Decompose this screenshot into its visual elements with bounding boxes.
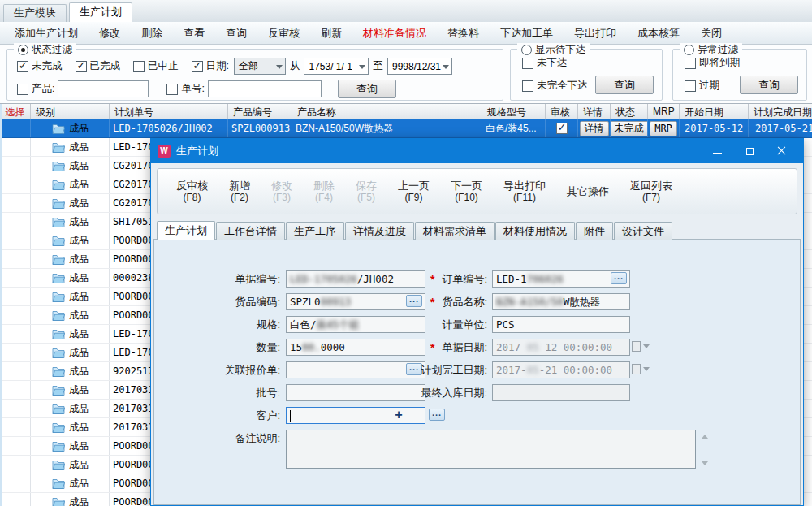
column-header[interactable]: 产品编号 (228, 104, 292, 119)
column-header[interactable]: 级别 (31, 104, 110, 119)
status-checkbox[interactable]: 未完成 (17, 59, 63, 73)
select-cell[interactable] (0, 381, 31, 399)
pending-search-button[interactable]: 查询 (595, 76, 654, 94)
status-checkbox[interactable]: 已中止 (133, 59, 179, 73)
bill-filter-checkbox[interactable]: 单号: (166, 82, 204, 96)
select-cell[interactable] (0, 231, 31, 249)
select-cell[interactable] (0, 437, 31, 455)
select-cell[interactable] (0, 288, 31, 305)
select-cell[interactable] (0, 194, 31, 212)
item-name-field[interactable]: BZN-A150/50W散热器 (492, 293, 630, 310)
select-cell[interactable] (0, 493, 31, 506)
select-cell[interactable] (0, 344, 31, 361)
plan-finish-field[interactable]: 2017-05-21 00:00:00 (492, 361, 630, 378)
toolbar-button[interactable]: 导出打印 (574, 26, 616, 41)
dialog-toolbar-button[interactable]: 返回列表 (F7) (620, 169, 683, 214)
column-header[interactable]: 开始日期 (680, 104, 749, 119)
select-cell[interactable] (0, 400, 31, 417)
toolbar-button[interactable]: 材料准备情况 (363, 26, 426, 41)
dialog-titlebar[interactable]: W 生产计划 (151, 139, 803, 163)
toolbar-button[interactable]: 查询 (226, 26, 247, 41)
main-tab[interactable]: 生产模块 (3, 4, 67, 22)
toolbar-button[interactable]: 刷新 (321, 26, 342, 41)
due-soon-checkbox[interactable]: 即将到期 (685, 56, 740, 70)
toolbar-button[interactable]: 关闭 (701, 26, 722, 41)
mrp-button[interactable]: MRP (650, 121, 677, 136)
status-button[interactable]: 未完成 (611, 121, 648, 136)
select-cell[interactable] (0, 157, 31, 175)
doc-date-picker[interactable] (632, 340, 650, 352)
select-cell[interactable] (0, 474, 31, 492)
status-filter-radio[interactable] (18, 45, 28, 55)
main-tab[interactable]: 生产计划 (69, 2, 132, 22)
table-row-selected[interactable]: 成品 LED-1705026/JH002 SPZL000913 BZN-A150… (0, 119, 812, 138)
select-cell[interactable] (0, 456, 31, 474)
detail-button[interactable]: 详情 (580, 121, 609, 136)
date-from-select[interactable]: 1753/ 1/ 1 (304, 58, 369, 75)
dialog-toolbar-button[interactable]: 其它操作 (556, 169, 620, 214)
date-mode-select[interactable]: 全部 (234, 58, 286, 75)
column-header[interactable]: 详情 (578, 104, 611, 119)
dialog-tab[interactable]: 工作台详情 (216, 222, 285, 240)
select-cell[interactable] (0, 119, 31, 137)
unit-field[interactable]: PCS (492, 316, 630, 333)
order-no-field[interactable]: LED-1706026 (492, 270, 630, 288)
toolbar-button[interactable]: 反审核 (268, 26, 300, 41)
maximize-button[interactable] (733, 139, 766, 163)
remark-textarea[interactable] (286, 430, 696, 469)
column-header[interactable]: 选择 (0, 104, 31, 119)
dialog-tab[interactable]: 设计文件 (614, 222, 672, 240)
final-in-field[interactable] (492, 384, 630, 401)
select-cell[interactable] (0, 138, 31, 156)
customer-field[interactable]: + (286, 407, 425, 424)
close-button[interactable] (766, 139, 798, 163)
select-cell[interactable] (0, 269, 31, 287)
select-cell[interactable] (0, 306, 31, 324)
toolbar-button[interactable]: 下达加工单 (500, 26, 553, 41)
select-cell[interactable] (0, 362, 31, 380)
customer-lookup-button[interactable]: ... (429, 409, 445, 421)
select-cell[interactable] (0, 213, 31, 231)
doc-date-field[interactable]: 2017-05-12 00:00:00 (492, 339, 630, 356)
column-header[interactable]: 审核 (546, 104, 578, 119)
dialog-toolbar-button[interactable]: 下一页 (F10) (440, 169, 493, 214)
add-customer-button[interactable]: + (392, 409, 405, 422)
toolbar-button[interactable]: 查看 (184, 26, 205, 41)
plan-finish-picker[interactable] (632, 363, 650, 374)
column-header[interactable]: 规格型号 (482, 104, 546, 119)
column-header[interactable]: 计划单号 (110, 104, 228, 119)
not-released-checkbox[interactable]: 未下达 (522, 56, 568, 70)
bill-filter-input[interactable] (208, 80, 322, 97)
minimize-button[interactable] (701, 139, 733, 163)
select-cell[interactable] (0, 175, 31, 193)
column-header[interactable]: 产品名称 (292, 104, 482, 119)
dialog-toolbar-button[interactable]: 导出打印 (F11) (493, 169, 556, 214)
dialog-tab[interactable]: 材料需求清单 (415, 222, 495, 240)
toolbar-button[interactable]: 添加生产计划 (15, 26, 78, 41)
toolbar-button[interactable]: 修改 (99, 26, 120, 41)
status-search-button[interactable]: 查询 (338, 80, 396, 98)
status-checkbox[interactable]: 已完成 (76, 59, 121, 73)
toolbar-button[interactable]: 成本核算 (637, 26, 680, 41)
dialog-tab[interactable]: 附件 (576, 222, 613, 240)
column-header[interactable]: 状态 (611, 104, 648, 119)
column-header[interactable]: MRP (648, 104, 680, 119)
not-fully-released-checkbox[interactable]: 未完全下达 (522, 79, 588, 93)
dialog-toolbar-button[interactable]: 反审核 (F8) (166, 169, 218, 214)
select-cell[interactable] (0, 250, 31, 268)
textarea-scroll-arrows[interactable] (702, 431, 708, 469)
select-cell[interactable] (0, 418, 31, 436)
audit-checkbox[interactable] (556, 123, 568, 134)
pending-filter-radio[interactable] (521, 45, 532, 55)
dialog-tab[interactable]: 生产工序 (286, 222, 344, 240)
product-filter-input[interactable] (58, 80, 149, 97)
date-filter-checkbox[interactable]: 日期: (192, 59, 229, 73)
order-no-lookup-button[interactable]: ... (611, 272, 627, 284)
abnormal-search-button[interactable]: 查询 (740, 76, 798, 94)
dialog-toolbar-button[interactable]: 保存 (F5) (345, 169, 387, 214)
dialog-tab[interactable]: 详情及进度 (345, 222, 414, 240)
dialog-tab[interactable]: 材料使用情况 (495, 222, 575, 240)
dialog-toolbar-button[interactable]: 上一页 (F9) (387, 169, 440, 214)
overdue-checkbox[interactable]: 过期 (685, 79, 719, 93)
date-to-select[interactable]: 9998/12/31 (387, 58, 452, 75)
